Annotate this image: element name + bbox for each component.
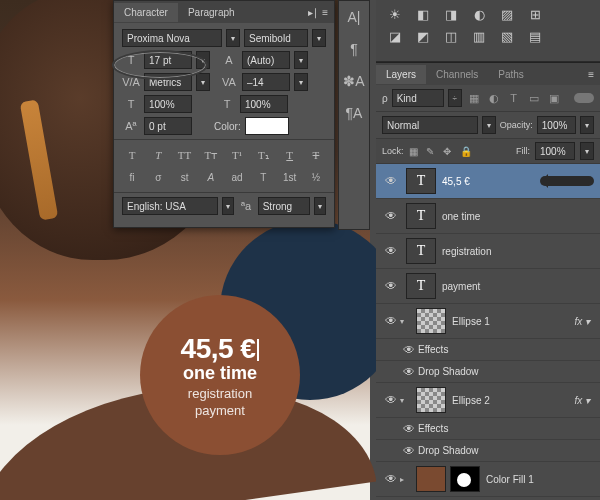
discretionary-lig-button[interactable]: st — [175, 168, 195, 186]
hue-icon[interactable]: ⊞ — [526, 6, 544, 22]
fill-field[interactable]: 100% — [535, 142, 575, 160]
small-caps-button[interactable]: Tᴛ — [201, 146, 221, 164]
visibility-toggle[interactable]: 👁 — [382, 279, 400, 293]
font-style-arrow[interactable]: ▾ — [312, 29, 326, 47]
titling-button[interactable]: T — [253, 168, 273, 186]
filter-kind-dropdown[interactable]: Kind — [392, 89, 444, 107]
ordinals-button[interactable]: 1st — [280, 168, 300, 186]
filter-pixel-icon[interactable]: ▦ — [466, 90, 482, 106]
visibility-toggle[interactable]: 👁 — [400, 343, 418, 357]
filter-adjust-icon[interactable]: ◐ — [486, 90, 502, 106]
layer-list[interactable]: 👁 T 45,5 € 👁 T one time 👁 T registration… — [376, 164, 600, 500]
photo-filter-icon[interactable]: ◩ — [414, 28, 432, 44]
character-panel-icon[interactable]: A| — [342, 5, 366, 29]
character-panel[interactable]: Character Paragraph ▸∣ ≡ Proxima Nova ▾ … — [113, 0, 335, 228]
baseline-field[interactable]: 0 pt — [144, 117, 192, 135]
layer-row-payment[interactable]: 👁 T payment — [376, 269, 600, 304]
fx-badge[interactable]: fx ▾ — [574, 395, 594, 406]
vibrance-icon[interactable]: ▨ — [498, 6, 516, 22]
language-dropdown[interactable]: English: USA — [122, 197, 218, 215]
collapse-icon[interactable]: ▸∣ — [308, 7, 318, 18]
antialias-arrow[interactable]: ▾ — [314, 197, 326, 215]
expand-toggle[interactable]: ▸ — [400, 475, 410, 484]
antialias-dropdown[interactable]: Strong — [258, 197, 310, 215]
ellipse-1-shape[interactable]: 45,5 € one time registration payment — [140, 295, 300, 455]
fx-badge[interactable]: fx ▾ — [574, 316, 594, 327]
contextual-alt-button[interactable]: σ — [148, 168, 168, 186]
glyphs-panel-icon[interactable]: ✽A — [342, 69, 366, 93]
lut-icon[interactable]: ▥ — [470, 28, 488, 44]
filter-toggle[interactable] — [574, 93, 594, 103]
layer-row-dropshadow[interactable]: 👁 Drop Shadow — [376, 361, 600, 383]
subscript-button[interactable]: T₁ — [253, 146, 273, 164]
tab-layers[interactable]: Layers — [376, 65, 426, 84]
expand-toggle[interactable]: ▾ — [400, 396, 410, 405]
layer-row-registration[interactable]: 👁 T registration — [376, 234, 600, 269]
bw-icon[interactable]: ◪ — [386, 28, 404, 44]
kerning-stepper[interactable]: ▾ — [196, 73, 210, 91]
layer-row-dropshadow2[interactable]: 👁 Drop Shadow — [376, 440, 600, 462]
layer-row-effects[interactable]: 👁 Effects — [376, 339, 600, 361]
stylistic-alt-button[interactable]: ad — [227, 168, 247, 186]
swash-button[interactable]: A — [201, 168, 221, 186]
visibility-toggle[interactable]: 👁 — [382, 244, 400, 258]
font-size-stepper[interactable]: ▾ — [196, 51, 210, 69]
text-color-swatch[interactable] — [245, 117, 289, 135]
fractions-button[interactable]: ½ — [306, 168, 326, 186]
posterize-icon[interactable]: ▤ — [526, 28, 544, 44]
filter-shape-icon[interactable]: ▭ — [526, 90, 542, 106]
opacity-stepper[interactable]: ▾ — [580, 116, 594, 134]
channel-mixer-icon[interactable]: ◫ — [442, 28, 460, 44]
invert-icon[interactable]: ▧ — [498, 28, 516, 44]
visibility-toggle[interactable]: 👁 — [400, 365, 418, 379]
layer-row-one-time[interactable]: 👁 T one time — [376, 199, 600, 234]
tab-paths[interactable]: Paths — [488, 65, 534, 84]
visibility-toggle[interactable]: 👁 — [400, 444, 418, 458]
lock-pos-icon[interactable]: ✥ — [443, 146, 455, 157]
expand-toggle[interactable]: ▾ — [400, 317, 410, 326]
layer-row-ellipse1[interactable]: 👁 ▾ Ellipse 1 fx ▾ — [376, 304, 600, 339]
visibility-toggle[interactable]: 👁 — [382, 314, 400, 328]
language-arrow[interactable]: ▾ — [222, 197, 234, 215]
levels-icon[interactable]: ◧ — [414, 6, 432, 22]
tracking-stepper[interactable]: ▾ — [294, 73, 308, 91]
all-caps-button[interactable]: TT — [175, 146, 195, 164]
leading-stepper[interactable]: ▾ — [294, 51, 308, 69]
opacity-field[interactable]: 100% — [537, 116, 576, 134]
layer-row-price[interactable]: 👁 T 45,5 € — [376, 164, 600, 199]
layer-row-effects2[interactable]: 👁 Effects — [376, 418, 600, 440]
blend-mode-dropdown[interactable]: Normal — [382, 116, 478, 134]
filter-smart-icon[interactable]: ▣ — [546, 90, 562, 106]
paragraph-panel-icon[interactable]: ¶ — [342, 37, 366, 61]
curves-icon[interactable]: ◨ — [442, 6, 460, 22]
font-size-field[interactable]: 17 pt — [144, 51, 192, 69]
visibility-toggle[interactable]: 👁 — [382, 209, 400, 223]
kerning-field[interactable]: Metrics — [144, 73, 192, 91]
visibility-toggle[interactable]: 👁 — [382, 393, 400, 407]
filter-type-icon[interactable]: T — [506, 90, 522, 106]
superscript-button[interactable]: T¹ — [227, 146, 247, 164]
tab-paragraph[interactable]: Paragraph — [178, 3, 245, 22]
font-style-dropdown[interactable]: Semibold — [244, 29, 308, 47]
font-family-arrow[interactable]: ▾ — [226, 29, 240, 47]
panel-menu-icon[interactable]: ≡ — [582, 69, 600, 80]
exposure-icon[interactable]: ◐ — [470, 6, 488, 22]
vscale-field[interactable]: 100% — [144, 95, 192, 113]
leading-field[interactable]: (Auto) — [242, 51, 290, 69]
tab-character[interactable]: Character — [114, 3, 178, 22]
fill-stepper[interactable]: ▾ — [580, 142, 594, 160]
hscale-field[interactable]: 100% — [240, 95, 288, 113]
faux-italic-button[interactable]: T — [148, 146, 168, 164]
visibility-toggle[interactable]: 👁 — [382, 472, 400, 486]
panel-menu-icon[interactable]: ≡ — [322, 7, 328, 18]
font-family-dropdown[interactable]: Proxima Nova — [122, 29, 222, 47]
filter-kind-arrow[interactable]: ÷ — [448, 89, 462, 107]
char-styles-icon[interactable]: ¶A — [342, 101, 366, 125]
blend-mode-arrow[interactable]: ▾ — [482, 116, 496, 134]
lock-all-icon[interactable]: 🔒 — [460, 146, 472, 157]
visibility-toggle[interactable]: 👁 — [382, 174, 400, 188]
layer-row-colorfill[interactable]: 👁 ▸ Color Fill 1 — [376, 462, 600, 497]
tracking-field[interactable]: –14 — [242, 73, 290, 91]
strikethrough-button[interactable]: T — [306, 146, 326, 164]
tab-channels[interactable]: Channels — [426, 65, 488, 84]
